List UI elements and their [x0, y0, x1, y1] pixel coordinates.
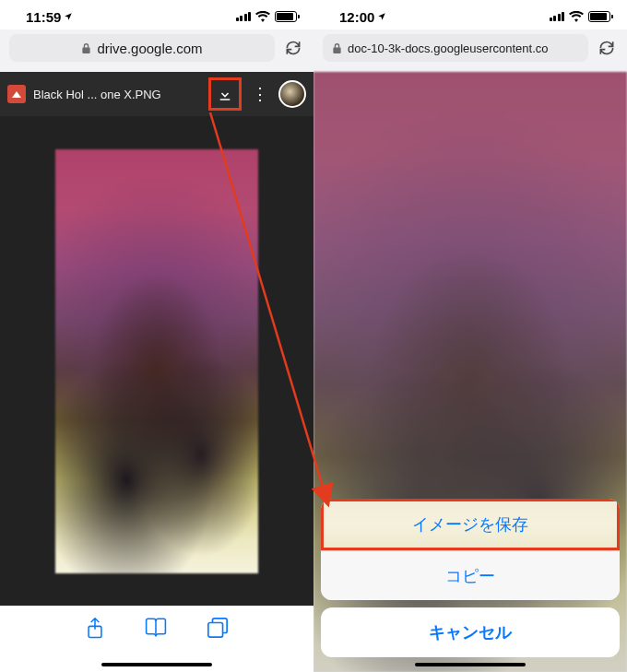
more-button[interactable]: ⋮: [249, 86, 271, 102]
cancel-button[interactable]: キャンセル: [321, 607, 620, 657]
image-viewport[interactable]: イメージを保存 コピー キャンセル: [314, 72, 627, 672]
download-button[interactable]: [208, 77, 242, 111]
image-viewport[interactable]: [0, 116, 314, 606]
screenshot-left: 11:59 drive.google.com: [0, 0, 314, 672]
signal-icon: [550, 12, 565, 21]
status-icons: [236, 11, 298, 22]
status-icons: [550, 11, 611, 22]
battery-icon: [588, 11, 610, 22]
avatar[interactable]: [278, 80, 306, 108]
url-text: doc-10-3k-docs.googleusercontent.co: [348, 41, 549, 55]
url-bar: doc-10-3k-docs.googleusercontent.co: [314, 29, 627, 72]
tabs-icon[interactable]: [207, 617, 229, 639]
drive-header: Black Hol ... one X.PNG ⋮: [0, 72, 314, 116]
lock-icon: [81, 42, 91, 54]
action-sheet-overlay: イメージを保存 コピー キャンセル: [314, 72, 627, 672]
drive-image-icon: [7, 85, 26, 103]
location-icon: [64, 12, 73, 21]
status-time: 12:00: [339, 9, 386, 25]
share-icon[interactable]: [85, 617, 105, 641]
image-preview: [55, 149, 258, 573]
svg-rect-1: [208, 622, 223, 637]
wifi-icon: [569, 11, 584, 22]
battery-icon: [275, 11, 297, 22]
cancel-label: キャンセル: [429, 621, 512, 643]
location-icon: [377, 12, 386, 21]
screenshot-right: 12:00 doc-10-3k-docs.googleusercontent.c…: [314, 0, 627, 672]
status-bar: 11:59: [0, 0, 314, 29]
status-bar: 12:00: [314, 0, 627, 29]
home-indicator: [101, 663, 212, 666]
save-image-button[interactable]: イメージを保存: [321, 499, 620, 550]
time-text: 12:00: [339, 9, 374, 25]
bookmarks-icon[interactable]: [144, 617, 168, 637]
reload-button[interactable]: [282, 39, 304, 57]
home-indicator: [415, 663, 526, 666]
status-time: 11:59: [26, 9, 73, 25]
reload-button[interactable]: [596, 39, 618, 57]
filename-text: Black Hol ... one X.PNG: [33, 88, 201, 101]
lock-icon: [332, 42, 342, 54]
save-image-label: イメージを保存: [412, 513, 528, 536]
copy-label: コピー: [445, 565, 495, 587]
url-text: drive.google.com: [97, 41, 202, 56]
url-field[interactable]: doc-10-3k-docs.googleusercontent.co: [323, 34, 588, 62]
time-text: 11:59: [26, 9, 61, 25]
url-bar: drive.google.com: [0, 29, 314, 72]
wifi-icon: [255, 11, 270, 22]
action-sheet: イメージを保存 コピー: [321, 499, 620, 600]
url-field[interactable]: drive.google.com: [9, 34, 275, 62]
safari-toolbar: [0, 606, 314, 672]
signal-icon: [236, 12, 252, 21]
copy-button[interactable]: コピー: [321, 550, 620, 600]
